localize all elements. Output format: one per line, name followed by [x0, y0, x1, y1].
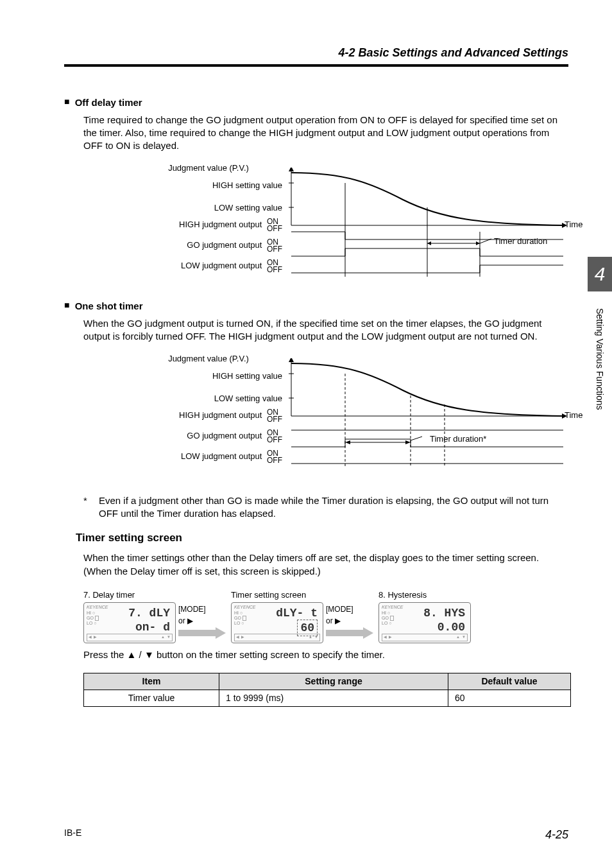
step-7-title: 7. Delay timer	[83, 589, 176, 601]
td-range: 1 to 9999 (ms)	[219, 690, 448, 706]
bullet-icon: ■	[64, 299, 69, 311]
svg-marker-1	[289, 168, 294, 171]
timer-setting-title: Timer setting screen	[231, 589, 323, 601]
off-delay-text: Time required to change the GO judgment …	[83, 114, 568, 153]
panel-timer-setting: KEYENCE HI ○GO LO ○ dLY- t 60 ◀▶▲▼	[231, 602, 323, 643]
press-instruction: Press the ▲ / ▼ button on the timer sett…	[83, 648, 568, 661]
settings-table: Item Setting range Default value Timer v…	[83, 673, 571, 707]
table-header-row: Item Setting range Default value	[84, 673, 571, 690]
svg-marker-25	[289, 358, 294, 362]
arrow-right-icon	[178, 627, 226, 639]
step-8-title: 8. Hysteresis	[378, 589, 471, 601]
off-delay-heading: ■ Off delay timer	[64, 96, 568, 109]
one-shot-diagram: Judgment value (P.V.) HIGH setting value…	[83, 354, 568, 480]
svg-marker-18	[427, 241, 431, 245]
chapter-side-label: Setting Various Functions	[593, 308, 606, 410]
page-footer: IB-E 4-25	[64, 827, 568, 842]
section-header: 4-2 Basic Settings and Advanced Settings	[64, 45, 568, 67]
one-shot-footnote: * Even if a judgment other than GO is ma…	[83, 494, 568, 521]
off-delay-diagram: Judgment value (P.V.) HIGH setting value…	[83, 164, 568, 286]
one-shot-heading: ■ One shot timer	[64, 300, 568, 313]
svg-marker-19	[476, 241, 480, 245]
svg-marker-45	[326, 627, 373, 639]
screen-flow: 7. Delay timer KEYENCE HI ○GO LO ○ 7. dL…	[83, 589, 568, 643]
footer-page: 4-25	[545, 827, 568, 842]
td-item: Timer value	[84, 690, 219, 706]
svg-marker-41	[405, 440, 411, 444]
table-row: Timer value 1 to 9999 (ms) 60	[84, 690, 571, 706]
panel-delay-timer: KEYENCE HI ○GO LO ○ 7. dLY on- d ◀▶▲▼	[83, 602, 176, 643]
th-range: Setting range	[219, 673, 448, 690]
th-default: Default value	[448, 673, 571, 690]
arrow-right-icon	[326, 627, 373, 639]
svg-marker-44	[178, 627, 226, 639]
footer-model: IB-E	[64, 827, 81, 842]
one-shot-text: When the GO judgment output is turned ON…	[83, 317, 568, 343]
chapter-tab: 4	[588, 257, 612, 291]
timer-screen-heading: Timer setting screen	[76, 531, 568, 546]
th-item: Item	[84, 673, 219, 690]
panel-hysteresis: KEYENCE HI ○GO LO ○ 8. HYS 0.00 ◀▶▲▼	[378, 602, 471, 643]
bullet-icon: ■	[64, 96, 69, 108]
td-default: 60	[448, 690, 571, 706]
timer-screen-text: When the timer settings other than the D…	[83, 551, 568, 578]
svg-marker-40	[345, 440, 350, 444]
svg-line-42	[411, 437, 422, 440]
